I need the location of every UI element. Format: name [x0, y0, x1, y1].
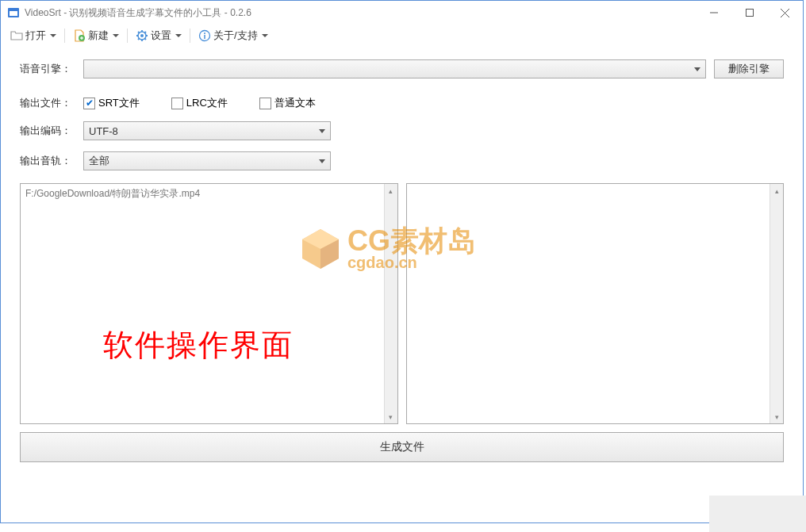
svg-rect-2 [10, 10, 17, 11]
output-file-label: 输出文件： [20, 96, 75, 110]
scroll-up-icon[interactable]: ▴ [385, 184, 397, 197]
content-area: 语音引擎： 删除引擎 输出文件： ✔ SRT文件 LRC文件 普通文本 [1, 47, 803, 470]
srt-checkbox[interactable]: ✔ SRT文件 [83, 96, 140, 110]
svg-point-21 [204, 33, 205, 34]
info-icon [198, 29, 211, 42]
corner-box [709, 496, 806, 532]
new-menu[interactable]: 新建 [70, 27, 122, 44]
track-value: 全部 [89, 154, 109, 168]
delete-engine-button[interactable]: 删除引擎 [714, 59, 784, 78]
window-title: VideoSrt - 识别视频语音生成字幕文件的小工具 - 0.2.6 [25, 6, 251, 20]
svg-point-11 [140, 34, 144, 37]
app-window: VideoSrt - 识别视频语音生成字幕文件的小工具 - 0.2.6 打开 [0, 0, 804, 523]
chevron-down-icon [113, 34, 119, 37]
minimize-button[interactable] [696, 1, 731, 25]
chevron-down-icon [175, 34, 182, 37]
separator [64, 29, 65, 43]
srt-label: SRT文件 [98, 96, 140, 110]
about-menu[interactable]: 关于/支持 [195, 27, 271, 44]
encoding-row: 输出编码： UTF-8 [20, 121, 784, 140]
lrc-checkbox[interactable]: LRC文件 [171, 96, 228, 110]
separator [127, 29, 128, 43]
txt-checkbox[interactable]: 普通文本 [259, 96, 316, 110]
open-menu[interactable]: 打开 [7, 27, 59, 44]
encoding-value: UTF-8 [89, 125, 118, 137]
titlebar: VideoSrt - 识别视频语音生成字幕文件的小工具 - 0.2.6 [1, 1, 803, 25]
track-select[interactable]: 全部 [83, 151, 331, 170]
encoding-label: 输出编码： [20, 124, 75, 138]
file-path: F:/GoogleDownload/特朗普访华实录.mp4 [25, 188, 200, 199]
toolbar: 打开 新建 [1, 25, 803, 47]
folder-icon [10, 29, 23, 42]
separator [190, 29, 190, 43]
svg-rect-4 [746, 10, 753, 17]
output-file-row: 输出文件： ✔ SRT文件 LRC文件 普通文本 [20, 96, 784, 110]
lrc-label: LRC文件 [186, 96, 228, 110]
svg-line-19 [138, 39, 140, 40]
close-button[interactable] [767, 1, 803, 25]
generate-button[interactable]: 生成文件 [20, 432, 784, 462]
file-list-content: F:/GoogleDownload/特朗普访华实录.mp4 [21, 184, 384, 423]
engine-select[interactable] [83, 59, 706, 78]
settings-label: 设置 [151, 29, 171, 43]
output-content [407, 184, 770, 423]
output-panel[interactable]: ▴ ▾ [406, 183, 785, 424]
checkbox-box [259, 98, 271, 109]
gear-icon [136, 29, 148, 42]
track-row: 输出音轨： 全部 [20, 151, 784, 170]
app-icon [7, 6, 20, 19]
about-label: 关于/支持 [213, 29, 258, 43]
track-label: 输出音轨： [20, 154, 75, 168]
settings-menu[interactable]: 设置 [132, 27, 185, 44]
svg-line-16 [138, 32, 140, 33]
scrollbar[interactable]: ▴ ▾ [384, 184, 397, 423]
encoding-select[interactable]: UTF-8 [83, 121, 331, 140]
panels: F:/GoogleDownload/特朗普访华实录.mp4 ▴ ▾ ▴ ▾ [20, 183, 784, 424]
scroll-down-icon[interactable]: ▾ [770, 410, 783, 423]
chevron-down-icon [319, 159, 325, 163]
scrollbar[interactable]: ▴ ▾ [770, 184, 783, 423]
chevron-down-icon [694, 67, 700, 71]
txt-label: 普通文本 [274, 96, 316, 110]
svg-line-18 [145, 32, 147, 33]
engine-row: 语音引擎： 删除引擎 [20, 59, 784, 78]
checkbox-box [171, 98, 183, 109]
open-label: 打开 [25, 29, 46, 43]
new-label: 新建 [88, 29, 109, 43]
chevron-down-icon [50, 34, 56, 37]
svg-line-17 [145, 39, 147, 40]
scroll-up-icon[interactable]: ▴ [770, 184, 783, 197]
file-list-panel[interactable]: F:/GoogleDownload/特朗普访华实录.mp4 ▴ ▾ [20, 183, 398, 424]
chevron-down-icon [262, 34, 268, 37]
maximize-button[interactable] [731, 1, 767, 25]
scroll-down-icon[interactable]: ▾ [385, 410, 397, 423]
engine-label: 语音引擎： [20, 62, 75, 76]
checkbox-box: ✔ [83, 98, 95, 109]
overlay-caption: 软件操作界面 [103, 325, 294, 366]
new-file-icon [73, 29, 86, 42]
chevron-down-icon [319, 129, 325, 133]
window-controls [696, 1, 803, 25]
